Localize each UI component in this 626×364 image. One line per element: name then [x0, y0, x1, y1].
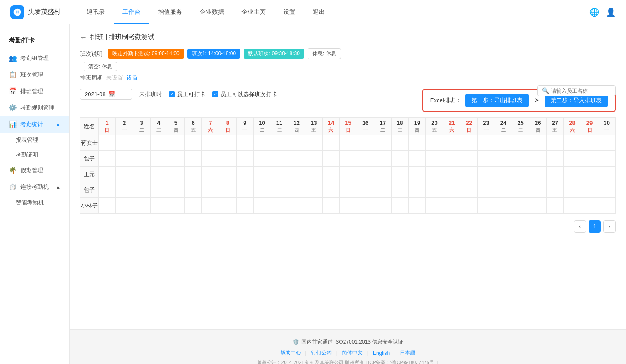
schedule-cell[interactable]	[167, 167, 185, 182]
schedule-cell[interactable]	[529, 135, 546, 151]
schedule-cell[interactable]	[236, 182, 254, 198]
schedule-cell[interactable]	[254, 167, 271, 182]
schedule-cell[interactable]	[305, 151, 323, 167]
schedule-cell[interactable]	[460, 182, 478, 198]
schedule-cell[interactable]	[426, 198, 443, 214]
schedule-cell[interactable]	[288, 182, 305, 198]
badge-shift-cyan[interactable]: 默认班次: 09:30-18:30	[244, 49, 304, 59]
schedule-cell[interactable]	[322, 167, 340, 182]
schedule-cell[interactable]	[202, 167, 219, 182]
schedule-cell[interactable]	[408, 167, 426, 182]
nav-workspace[interactable]: 工作台	[114, 0, 149, 24]
schedule-cell[interactable]	[512, 198, 529, 214]
schedule-cell[interactable]	[254, 182, 271, 198]
schedule-cell[interactable]	[478, 167, 495, 182]
schedule-cell[interactable]	[374, 167, 392, 182]
schedule-cell[interactable]	[512, 167, 529, 182]
schedule-cell[interactable]	[512, 182, 529, 198]
schedule-cell[interactable]	[546, 151, 564, 167]
schedule-cell[interactable]	[357, 151, 374, 167]
schedule-cell[interactable]	[340, 135, 357, 151]
schedule-cell[interactable]	[529, 167, 546, 182]
date-picker[interactable]: 2021-08 📅	[80, 89, 132, 100]
schedule-cell[interactable]	[254, 135, 271, 151]
schedule-cell[interactable]	[546, 167, 564, 182]
schedule-cell[interactable]	[564, 182, 581, 198]
schedule-cell[interactable]	[116, 167, 133, 182]
nav-logout[interactable]: 退出	[304, 0, 334, 24]
schedule-cell[interactable]	[495, 135, 512, 151]
schedule-cell[interactable]	[116, 135, 133, 151]
schedule-cell[interactable]	[288, 167, 305, 182]
schedule-cell[interactable]	[495, 167, 512, 182]
schedule-cell[interactable]	[564, 198, 581, 214]
schedule-cell[interactable]	[443, 198, 460, 214]
schedule-cell[interactable]	[202, 198, 219, 214]
sidebar-item-schedule[interactable]: 📅 排班管理	[0, 83, 69, 100]
schedule-cell[interactable]	[116, 151, 133, 167]
schedule-cell[interactable]	[564, 167, 581, 182]
badge-shift-blue[interactable]: 班次1: 14:00-18:00	[187, 49, 240, 59]
schedule-cell[interactable]	[598, 167, 616, 182]
period-set-link[interactable]: 设置	[127, 74, 138, 82]
schedule-cell[interactable]	[150, 151, 167, 167]
schedule-cell[interactable]	[133, 135, 150, 151]
schedule-cell[interactable]	[305, 135, 323, 151]
schedule-cell[interactable]	[443, 182, 460, 198]
schedule-cell[interactable]	[167, 151, 185, 167]
schedule-cell[interactable]	[167, 182, 185, 198]
schedule-cell[interactable]	[478, 135, 495, 151]
schedule-cell[interactable]	[305, 167, 323, 182]
schedule-cell[interactable]	[357, 167, 374, 182]
schedule-cell[interactable]	[98, 198, 116, 214]
nav-contacts[interactable]: 通讯录	[78, 0, 114, 24]
clear-badge[interactable]: 清空: 休息	[84, 62, 117, 71]
schedule-cell[interactable]	[305, 182, 323, 198]
search-input[interactable]	[551, 88, 611, 94]
schedule-cell[interactable]	[271, 151, 288, 167]
footer-english-link[interactable]: English	[370, 350, 392, 356]
footer-japanese-link[interactable]: 日本語	[397, 349, 418, 357]
schedule-cell[interactable]	[322, 135, 340, 151]
schedule-cell[interactable]	[184, 198, 202, 214]
schedule-cell[interactable]	[408, 182, 426, 198]
schedule-cell[interactable]	[322, 198, 340, 214]
schedule-cell[interactable]	[133, 167, 150, 182]
schedule-cell[interactable]	[116, 182, 133, 198]
sidebar-item-cert[interactable]: 考勤证明	[0, 147, 69, 162]
footer-agreement-link[interactable]: 钉钉公约	[308, 349, 335, 357]
schedule-cell[interactable]	[340, 198, 357, 214]
nav-value-services[interactable]: 增值服务	[149, 0, 191, 24]
schedule-cell[interactable]	[254, 198, 271, 214]
schedule-cell[interactable]	[460, 151, 478, 167]
nav-company-home[interactable]: 企业主页	[233, 0, 275, 24]
schedule-cell[interactable]	[478, 182, 495, 198]
logo[interactable]: 头发茂盛村	[10, 5, 60, 19]
schedule-cell[interactable]	[288, 135, 305, 151]
schedule-cell[interactable]	[460, 135, 478, 151]
schedule-cell[interactable]	[392, 151, 409, 167]
schedule-cell[interactable]	[202, 182, 219, 198]
schedule-cell[interactable]	[598, 135, 616, 151]
schedule-cell[interactable]	[150, 182, 167, 198]
schedule-cell[interactable]	[184, 167, 202, 182]
schedule-cell[interactable]	[598, 182, 616, 198]
schedule-cell[interactable]	[184, 151, 202, 167]
schedule-cell[interactable]	[408, 135, 426, 151]
schedule-cell[interactable]	[219, 198, 236, 214]
schedule-cell[interactable]	[426, 151, 443, 167]
schedule-cell[interactable]	[184, 182, 202, 198]
check2[interactable]: ✓ 员工可以选择班次打卡	[212, 90, 277, 98]
schedule-cell[interactable]	[219, 135, 236, 151]
footer-chinese-link[interactable]: 简体中文	[339, 349, 365, 357]
schedule-cell[interactable]	[581, 182, 598, 198]
schedule-cell[interactable]	[546, 135, 564, 151]
schedule-cell[interactable]	[322, 182, 340, 198]
schedule-cell[interactable]	[305, 198, 323, 214]
schedule-cell[interactable]	[322, 151, 340, 167]
nav-settings[interactable]: 设置	[275, 0, 304, 24]
sidebar-item-machine[interactable]: ⏱️ 连接考勤机 ▲	[0, 179, 69, 195]
schedule-cell[interactable]	[98, 182, 116, 198]
schedule-cell[interactable]	[357, 198, 374, 214]
schedule-cell[interactable]	[598, 198, 616, 214]
